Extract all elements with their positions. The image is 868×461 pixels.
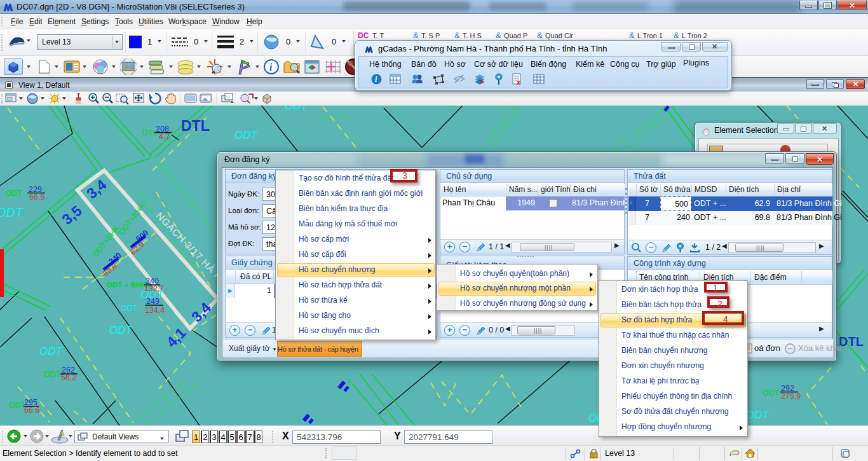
svg-text:ODT: ODT	[746, 409, 770, 421]
svg-text:ODT + BHK: ODT + BHK	[107, 281, 147, 289]
svg-text:132,7: 132,7	[144, 284, 164, 293]
svg-text:ODT: ODT	[121, 304, 138, 313]
svg-text:249: 249	[146, 297, 159, 306]
svg-text:ODT: ODT	[234, 129, 259, 141]
svg-text:66,5: 66,5	[29, 193, 44, 202]
svg-text:134,4: 134,4	[145, 306, 165, 315]
svg-text:ODT: ODT	[9, 401, 26, 409]
svg-text:ODT: ODT	[109, 324, 133, 336]
svg-text:i: i	[269, 62, 273, 72]
svg-text:ODT: ODT	[0, 205, 24, 219]
svg-text:56,2: 56,2	[61, 373, 76, 382]
svg-text:66,6: 66,6	[24, 406, 39, 415]
svg-text:3,5: 3,5	[59, 202, 85, 228]
svg-text:ODT: ODT	[44, 370, 61, 379]
svg-text:ODT: ODT	[285, 106, 309, 112]
svg-text:4,7: 4,7	[159, 132, 170, 141]
svg-text:4,1: 4,1	[163, 324, 189, 350]
svg-text:3,4: 3,4	[188, 299, 214, 325]
svg-text:275,9: 275,9	[781, 392, 801, 401]
svg-text:DTL: DTL	[839, 334, 864, 348]
svg-text:ODT: ODT	[763, 389, 780, 397]
svg-text:DTL: DTL	[181, 118, 210, 134]
svg-text:x: x	[480, 77, 484, 85]
svg-text:ODT: ODT	[5, 189, 22, 198]
svg-text:ODT: ODT	[39, 345, 64, 357]
svg-text:3,4: 3,4	[83, 176, 109, 202]
svg-text:x: x	[517, 78, 521, 85]
